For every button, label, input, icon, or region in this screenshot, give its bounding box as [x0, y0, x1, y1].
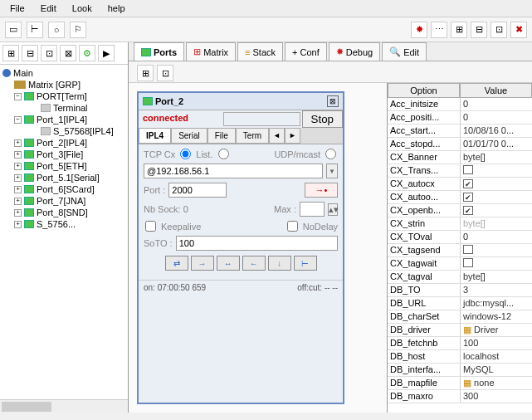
prop-row[interactable]: CX_strinbyte[]	[388, 217, 532, 231]
btn-right-icon[interactable]: →	[191, 256, 214, 271]
sub-tb-1[interactable]: ⊞	[137, 65, 154, 81]
prop-value[interactable]: 300	[461, 390, 532, 403]
sb-play-icon[interactable]: ▶	[98, 45, 115, 61]
checkbox-icon[interactable]	[463, 258, 473, 267]
sub-tb-2[interactable]: ⊡	[157, 65, 173, 81]
tree-port-6[interactable]: +Port_6[SCard]	[2, 183, 125, 195]
collapse-icon[interactable]: −	[14, 93, 22, 100]
ip-dropdown-icon[interactable]: ▼	[326, 164, 338, 178]
menu-file[interactable]: File	[3, 2, 32, 15]
tcpcx-radio[interactable]	[180, 149, 191, 159]
tree-port-5[interactable]: +Port_5[ETH]	[2, 160, 125, 172]
tree-root[interactable]: Main	[2, 67, 125, 79]
prop-value[interactable]: ✔	[461, 204, 532, 217]
prop-row[interactable]: DB_hostlocalhost	[388, 350, 532, 364]
prop-value[interactable]	[461, 164, 532, 177]
checkbox-icon[interactable]	[463, 245, 473, 254]
prop-value[interactable]: byte[]	[461, 217, 532, 230]
dtab-serial[interactable]: Serial	[171, 128, 207, 144]
prop-value[interactable]: 0	[461, 98, 532, 110]
prop-value[interactable]: 100	[461, 337, 532, 349]
tb-win1-icon[interactable]: ⊞	[451, 22, 467, 38]
keepalive-check[interactable]	[145, 221, 156, 232]
tab-conf[interactable]: +Conf	[285, 42, 327, 61]
prop-value[interactable]: ✔	[461, 191, 532, 203]
prop-value[interactable]: 01/01/70 0...	[461, 138, 532, 150]
close-icon[interactable]: ⊠	[327, 95, 339, 107]
prop-value[interactable]: ▦ Driver	[461, 324, 532, 336]
menu-help[interactable]: help	[101, 2, 132, 15]
tab-edit[interactable]: 🔍Edit	[382, 42, 427, 61]
btn-down-icon[interactable]: ↓	[268, 256, 291, 271]
ip-input[interactable]	[144, 164, 323, 178]
tb-flag-icon[interactable]: ⚐	[70, 22, 86, 38]
prop-row[interactable]: CX_tagwait	[388, 257, 532, 271]
prop-value[interactable]: 3	[461, 284, 532, 296]
sidebar-scroll[interactable]	[0, 399, 128, 413]
prop-value[interactable]: windows-12	[461, 310, 532, 323]
sb-tool1[interactable]: ⊞	[2, 45, 19, 61]
port-input[interactable]	[168, 183, 227, 198]
prop-row[interactable]: DB_URLjdbc:mysql...	[388, 297, 532, 310]
props-hd-option[interactable]: Option	[388, 83, 460, 98]
prop-value[interactable]: ▦ none	[461, 377, 532, 389]
prop-value[interactable]: localhost	[461, 350, 532, 363]
prop-row[interactable]: DB_interfa...MySQL	[388, 364, 532, 377]
tree-port-2[interactable]: +Port_2[IPL4]	[2, 137, 125, 149]
stop-button[interactable]: Stop	[302, 110, 343, 128]
checkbox-icon[interactable]: ✔	[463, 206, 473, 215]
expand-icon[interactable]: +	[14, 209, 22, 217]
prop-row[interactable]: CX_TOval0	[388, 231, 532, 244]
checkbox-icon[interactable]	[463, 165, 473, 174]
btn-inout-icon[interactable]: ⇄	[165, 256, 188, 271]
prop-row[interactable]: CX_Trans...	[388, 164, 532, 178]
tab-stack[interactable]: ≡Stack	[237, 42, 283, 61]
prop-value[interactable]: byte[]	[461, 151, 532, 164]
prop-row[interactable]: Acc_initsize0	[388, 98, 532, 111]
tree-port-8[interactable]: +Port_8[SND]	[2, 207, 125, 218]
prop-row[interactable]: DB_mapfile▦ none	[388, 377, 532, 390]
tree-matrix[interactable]: Matrix [GRP]	[2, 79, 125, 90]
collapse-icon[interactable]: −	[14, 116, 22, 124]
prop-value[interactable]: MySQL	[461, 364, 532, 376]
prop-value[interactable]: ✔	[461, 178, 532, 190]
prop-value[interactable]: 10/08/16 0...	[461, 125, 532, 137]
tb-dots-icon[interactable]: ⋯	[431, 22, 447, 38]
prop-value[interactable]	[461, 244, 532, 256]
prop-value[interactable]: 0	[461, 231, 532, 243]
prop-row[interactable]: CX_Bannerbyte[]	[388, 151, 532, 164]
expand-icon[interactable]: +	[14, 163, 22, 170]
prop-row[interactable]: DB_driver▦ Driver	[388, 324, 532, 337]
tb-win2-icon[interactable]: ⊟	[471, 22, 487, 38]
max-input[interactable]	[300, 202, 325, 217]
tree-port-term[interactable]: −PORT[Term]	[2, 90, 125, 102]
dtab-term[interactable]: Term	[236, 128, 269, 144]
list-radio[interactable]	[218, 149, 229, 159]
tree-port-7[interactable]: +Port_7[JNA]	[2, 195, 125, 207]
btn-conn-icon[interactable]: ⊢	[294, 256, 317, 271]
dtab-ipl4[interactable]: IPL4	[139, 128, 171, 144]
prop-row[interactable]: DB_fetchnb100	[388, 337, 532, 350]
expand-icon[interactable]: +	[14, 221, 22, 228]
prop-row[interactable]: CX_autocx✔	[388, 178, 532, 191]
expand-icon[interactable]: +	[14, 151, 22, 159]
btn-lr-icon[interactable]: ↔	[217, 256, 240, 271]
checkbox-icon[interactable]: ✔	[463, 179, 473, 188]
expand-icon[interactable]: +	[14, 174, 22, 182]
checkbox-icon[interactable]: ✔	[463, 193, 473, 202]
prop-row[interactable]: DB_TO3	[388, 284, 532, 297]
sb-tool2[interactable]: ⊟	[22, 45, 38, 61]
soto-input[interactable]	[176, 236, 338, 251]
tb-link-icon[interactable]: ⊡	[491, 22, 507, 38]
tree-s5756[interactable]: +S_5756...	[2, 218, 125, 230]
tree-s57568[interactable]: S_57568[IPL4]	[2, 125, 125, 137]
tb-circle-icon[interactable]: ○	[48, 22, 65, 38]
prop-value[interactable]: 0	[461, 111, 532, 124]
tab-prev-icon[interactable]: ◄	[269, 128, 285, 144]
tree-port-1[interactable]: −Port_1[IPL4]	[2, 114, 125, 125]
prop-value[interactable]	[461, 257, 532, 270]
prop-row[interactable]: DB_maxro300	[388, 390, 532, 403]
tb-sun-icon[interactable]: ✸	[411, 22, 427, 38]
props-hd-value[interactable]: Value	[460, 83, 532, 98]
tb-new-icon[interactable]: ▭	[5, 22, 22, 38]
